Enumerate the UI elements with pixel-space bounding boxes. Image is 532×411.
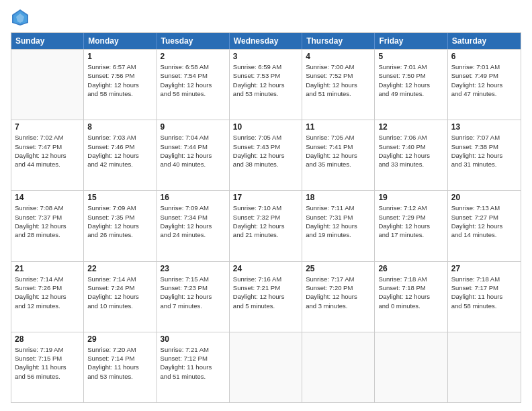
day-number: 13: [451, 122, 517, 132]
day-info: Sunrise: 7:17 AM Sunset: 7:20 PM Dayligh…: [306, 275, 371, 310]
table-row: 25Sunrise: 7:17 AM Sunset: 7:20 PM Dayli…: [302, 262, 375, 332]
day-number: 17: [233, 193, 298, 202]
table-row: 13Sunrise: 7:07 AM Sunset: 7:38 PM Dayli…: [448, 120, 521, 190]
weekday-header-thursday: Thursday: [302, 33, 375, 49]
day-info: Sunrise: 7:08 AM Sunset: 7:37 PM Dayligh…: [15, 203, 80, 239]
day-info: Sunrise: 7:07 AM Sunset: 7:38 PM Dayligh…: [451, 133, 517, 169]
cal-week-4: 21Sunrise: 7:14 AM Sunset: 7:26 PM Dayli…: [11, 261, 521, 332]
cal-week-1: 1Sunrise: 6:57 AM Sunset: 7:56 PM Daylig…: [11, 49, 521, 120]
calendar-body: 1Sunrise: 6:57 AM Sunset: 7:56 PM Daylig…: [11, 49, 521, 402]
day-number: 11: [306, 122, 371, 132]
table-row: [302, 332, 375, 402]
weekday-header-sunday: Sunday: [11, 33, 84, 49]
weekday-header-tuesday: Tuesday: [157, 33, 230, 49]
calendar-header-row: SundayMondayTuesdayWednesdayThursdayFrid…: [11, 33, 521, 49]
weekday-header-monday: Monday: [84, 33, 157, 49]
page: SundayMondayTuesdayWednesdayThursdayFrid…: [0, 0, 532, 411]
table-row: 2Sunrise: 6:58 AM Sunset: 7:54 PM Daylig…: [157, 50, 230, 120]
weekday-header-wednesday: Wednesday: [230, 33, 302, 49]
day-info: Sunrise: 7:18 AM Sunset: 7:18 PM Dayligh…: [378, 275, 443, 310]
table-row: 24Sunrise: 7:16 AM Sunset: 7:21 PM Dayli…: [230, 262, 302, 332]
cal-week-2: 7Sunrise: 7:02 AM Sunset: 7:47 PM Daylig…: [11, 120, 521, 190]
table-row: 17Sunrise: 7:10 AM Sunset: 7:32 PM Dayli…: [230, 191, 302, 261]
day-number: 29: [87, 334, 152, 344]
table-row: 7Sunrise: 7:02 AM Sunset: 7:47 PM Daylig…: [11, 120, 84, 190]
table-row: 19Sunrise: 7:12 AM Sunset: 7:29 PM Dayli…: [375, 191, 447, 261]
day-info: Sunrise: 7:00 AM Sunset: 7:52 PM Dayligh…: [306, 62, 371, 98]
day-number: 28: [15, 334, 80, 344]
weekday-header-saturday: Saturday: [448, 33, 521, 49]
table-row: 20Sunrise: 7:13 AM Sunset: 7:27 PM Dayli…: [448, 191, 521, 261]
table-row: 6Sunrise: 7:01 AM Sunset: 7:49 PM Daylig…: [448, 50, 521, 120]
day-number: 14: [15, 193, 80, 202]
table-row: 26Sunrise: 7:18 AM Sunset: 7:18 PM Dayli…: [375, 262, 447, 332]
day-info: Sunrise: 7:21 AM Sunset: 7:12 PM Dayligh…: [161, 345, 226, 381]
table-row: 5Sunrise: 7:01 AM Sunset: 7:50 PM Daylig…: [375, 50, 447, 120]
day-number: 23: [161, 264, 226, 273]
weekday-header-friday: Friday: [375, 33, 447, 49]
day-number: 26: [378, 264, 443, 273]
table-row: [448, 332, 521, 402]
day-number: 3: [233, 52, 298, 61]
calendar: SundayMondayTuesdayWednesdayThursdayFrid…: [11, 32, 521, 403]
table-row: 4Sunrise: 7:00 AM Sunset: 7:52 PM Daylig…: [302, 50, 375, 120]
day-info: Sunrise: 7:06 AM Sunset: 7:40 PM Dayligh…: [378, 133, 443, 169]
table-row: 22Sunrise: 7:14 AM Sunset: 7:24 PM Dayli…: [84, 262, 157, 332]
table-row: 23Sunrise: 7:15 AM Sunset: 7:23 PM Dayli…: [157, 262, 230, 332]
table-row: 12Sunrise: 7:06 AM Sunset: 7:40 PM Dayli…: [375, 120, 447, 190]
table-row: 21Sunrise: 7:14 AM Sunset: 7:26 PM Dayli…: [11, 262, 84, 332]
day-info: Sunrise: 7:09 AM Sunset: 7:34 PM Dayligh…: [161, 203, 226, 239]
day-number: 22: [87, 264, 152, 273]
day-info: Sunrise: 7:04 AM Sunset: 7:44 PM Dayligh…: [161, 133, 226, 169]
day-number: 2: [161, 52, 226, 61]
table-row: 3Sunrise: 6:59 AM Sunset: 7:53 PM Daylig…: [230, 50, 302, 120]
day-number: 7: [15, 122, 80, 132]
day-number: 27: [451, 264, 517, 273]
table-row: 11Sunrise: 7:05 AM Sunset: 7:41 PM Dayli…: [302, 120, 375, 190]
day-number: 21: [15, 264, 80, 273]
day-number: 8: [87, 122, 152, 132]
day-info: Sunrise: 7:18 AM Sunset: 7:17 PM Dayligh…: [451, 275, 517, 310]
table-row: 29Sunrise: 7:20 AM Sunset: 7:14 PM Dayli…: [84, 332, 157, 402]
day-number: 6: [451, 52, 517, 61]
cal-week-5: 28Sunrise: 7:19 AM Sunset: 7:15 PM Dayli…: [11, 332, 521, 402]
day-number: 1: [87, 52, 152, 61]
table-row: 28Sunrise: 7:19 AM Sunset: 7:15 PM Dayli…: [11, 332, 84, 402]
day-number: 20: [451, 193, 517, 202]
day-info: Sunrise: 7:19 AM Sunset: 7:15 PM Dayligh…: [15, 345, 80, 381]
day-info: Sunrise: 7:15 AM Sunset: 7:23 PM Dayligh…: [161, 275, 226, 310]
table-row: 8Sunrise: 7:03 AM Sunset: 7:46 PM Daylig…: [84, 120, 157, 190]
table-row: 9Sunrise: 7:04 AM Sunset: 7:44 PM Daylig…: [157, 120, 230, 190]
table-row: 16Sunrise: 7:09 AM Sunset: 7:34 PM Dayli…: [157, 191, 230, 261]
table-row: 18Sunrise: 7:11 AM Sunset: 7:31 PM Dayli…: [302, 191, 375, 261]
day-info: Sunrise: 7:16 AM Sunset: 7:21 PM Dayligh…: [233, 275, 298, 310]
table-row: [375, 332, 447, 402]
day-info: Sunrise: 6:58 AM Sunset: 7:54 PM Dayligh…: [161, 62, 226, 98]
day-info: Sunrise: 6:59 AM Sunset: 7:53 PM Dayligh…: [233, 62, 298, 98]
day-number: 10: [233, 122, 298, 132]
day-info: Sunrise: 7:02 AM Sunset: 7:47 PM Dayligh…: [15, 133, 80, 169]
day-number: 25: [306, 264, 371, 273]
day-info: Sunrise: 7:05 AM Sunset: 7:43 PM Dayligh…: [233, 133, 298, 169]
day-number: 18: [306, 193, 371, 202]
logo: [11, 8, 32, 27]
day-number: 9: [161, 122, 226, 132]
day-info: Sunrise: 7:03 AM Sunset: 7:46 PM Dayligh…: [87, 133, 152, 169]
table-row: 1Sunrise: 6:57 AM Sunset: 7:56 PM Daylig…: [84, 50, 157, 120]
table-row: 27Sunrise: 7:18 AM Sunset: 7:17 PM Dayli…: [448, 262, 521, 332]
table-row: [11, 50, 84, 120]
day-number: 24: [233, 264, 298, 273]
table-row: 14Sunrise: 7:08 AM Sunset: 7:37 PM Dayli…: [11, 191, 84, 261]
day-info: Sunrise: 7:10 AM Sunset: 7:32 PM Dayligh…: [233, 203, 298, 239]
day-info: Sunrise: 7:13 AM Sunset: 7:27 PM Dayligh…: [451, 203, 517, 239]
day-info: Sunrise: 7:09 AM Sunset: 7:35 PM Dayligh…: [87, 203, 152, 239]
day-info: Sunrise: 7:12 AM Sunset: 7:29 PM Dayligh…: [378, 203, 443, 239]
day-info: Sunrise: 7:05 AM Sunset: 7:41 PM Dayligh…: [306, 133, 371, 169]
day-number: 12: [378, 122, 443, 132]
day-info: Sunrise: 7:01 AM Sunset: 7:49 PM Dayligh…: [451, 62, 517, 98]
table-row: 15Sunrise: 7:09 AM Sunset: 7:35 PM Dayli…: [84, 191, 157, 261]
table-row: 10Sunrise: 7:05 AM Sunset: 7:43 PM Dayli…: [230, 120, 302, 190]
day-number: 15: [87, 193, 152, 202]
cal-week-3: 14Sunrise: 7:08 AM Sunset: 7:37 PM Dayli…: [11, 190, 521, 261]
header: [11, 8, 521, 27]
